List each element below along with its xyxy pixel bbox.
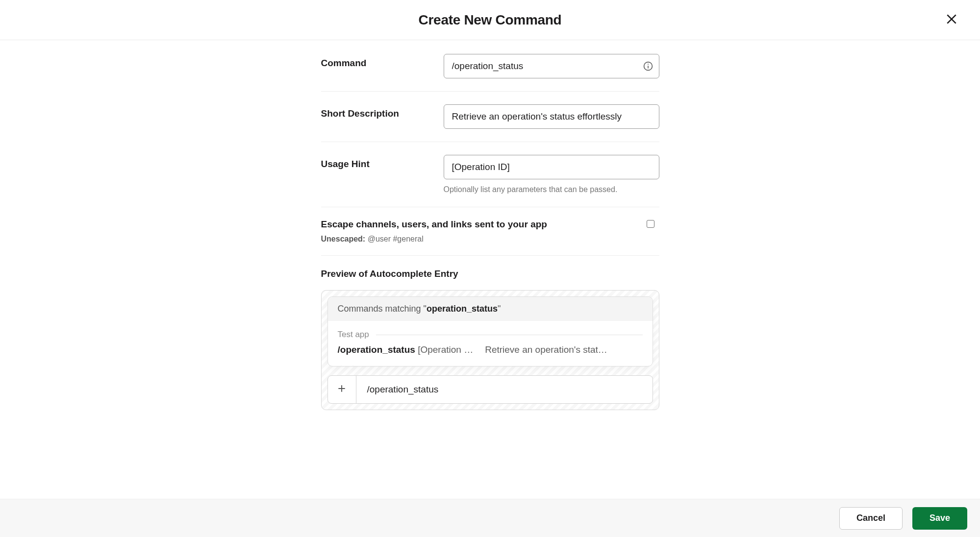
usage-hint-helper: Optionally list any parameters that can …	[444, 185, 659, 194]
modal-footer: Cancel Save	[0, 499, 980, 537]
divider-line	[376, 335, 643, 335]
short-description-input[interactable]	[444, 104, 659, 129]
autocomplete-entry: /operation_status [Operation … Retrieve …	[338, 344, 643, 355]
command-input[interactable]	[444, 54, 659, 78]
composer: /operation_status	[327, 375, 653, 404]
close-button[interactable]	[943, 11, 960, 29]
autocomplete-header: Commands matching "operation_status"	[328, 297, 653, 321]
autocomplete-app-name-row: Test app	[338, 330, 643, 340]
preview-title: Preview of Autocomplete Entry	[321, 268, 659, 279]
modal-body: Command	[0, 40, 980, 499]
create-command-modal: Create New Command Command	[0, 0, 980, 537]
autocomplete-card: Commands matching "operation_status" Tes…	[327, 296, 653, 366]
svg-point-2	[648, 64, 649, 65]
plus-icon	[337, 384, 347, 395]
label-escape: Escape channels, users, and links sent t…	[321, 219, 659, 230]
cancel-button[interactable]: Cancel	[839, 507, 903, 530]
close-icon	[945, 13, 958, 27]
entry-command: /operation_status	[338, 344, 415, 355]
label-usage-hint: Usage Hint	[321, 159, 444, 170]
escape-checkbox[interactable]	[647, 220, 654, 228]
label-short-description: Short Description	[321, 108, 444, 119]
matching-suffix: "	[498, 304, 501, 314]
escape-sub-label: Unescaped:	[321, 235, 366, 243]
modal-header: Create New Command	[0, 0, 980, 40]
composer-text[interactable]: /operation_status	[356, 376, 653, 403]
matching-query: operation_status	[427, 304, 498, 314]
escape-sub-value: @user #general	[368, 235, 424, 243]
preview-panel: Commands matching "operation_status" Tes…	[321, 290, 659, 410]
entry-hint: [Operation …	[418, 344, 473, 355]
matching-prefix: Commands matching "	[338, 304, 427, 314]
composer-add-button[interactable]	[328, 376, 356, 403]
row-usage-hint: Usage Hint Optionally list any parameter…	[321, 142, 659, 207]
autocomplete-app-name: Test app	[338, 330, 369, 340]
info-icon[interactable]	[643, 61, 653, 72]
usage-hint-input[interactable]	[444, 155, 659, 179]
modal-title: Create New Command	[419, 12, 562, 28]
row-command: Command	[321, 50, 659, 92]
save-button[interactable]: Save	[912, 507, 967, 530]
form: Command	[321, 50, 659, 499]
row-short-description: Short Description	[321, 92, 659, 142]
label-command: Command	[321, 58, 444, 69]
escape-subtext: Unescaped: @user #general	[321, 235, 659, 244]
row-escape: Escape channels, users, and links sent t…	[321, 207, 659, 256]
preview-section: Preview of Autocomplete Entry Commands m…	[321, 256, 659, 410]
entry-description: Retrieve an operation's stat…	[485, 344, 642, 355]
